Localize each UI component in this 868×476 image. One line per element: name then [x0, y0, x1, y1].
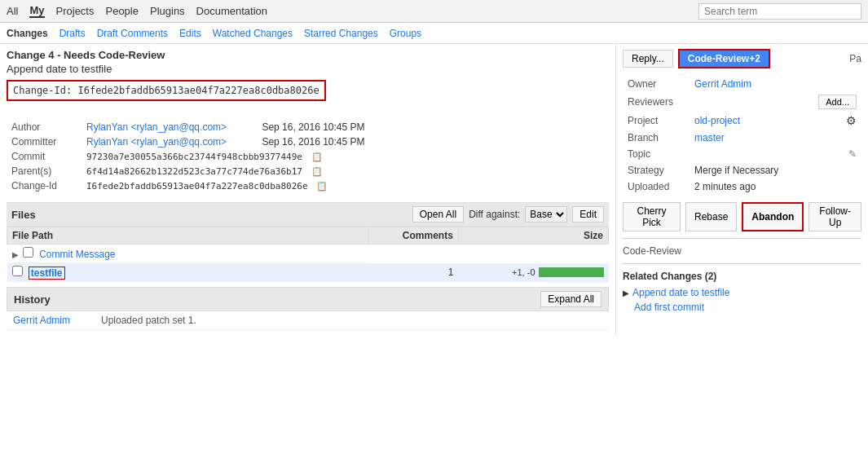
sec-nav-changes[interactable]: Changes	[7, 28, 48, 39]
history-section: History Expand All Gerrit Admim Uploaded…	[7, 287, 609, 330]
copy-changeid-icon[interactable]: 📋	[316, 181, 328, 192]
files-header-bar: Files Open All Diff against: Base Edit	[7, 203, 609, 227]
testfile-comments: 1	[368, 263, 458, 282]
commit-message-comments	[368, 245, 458, 263]
branch-link[interactable]: master	[694, 132, 725, 143]
edit-button[interactable]: Edit	[572, 206, 604, 223]
left-content: Change 4 - Needs Code-Review Append date…	[0, 44, 615, 335]
commit-message-size	[458, 245, 608, 263]
sec-nav-groups[interactable]: Groups	[390, 28, 421, 39]
separator2	[623, 263, 861, 264]
base-select[interactable]: Base	[525, 206, 567, 223]
add-reviewer-button[interactable]: Add...	[818, 95, 857, 109]
related-item-1: Add first commit	[623, 300, 861, 315]
search-box	[698, 3, 861, 20]
sec-nav-drafts[interactable]: Drafts	[59, 28, 86, 39]
committer-link[interactable]: RylanYan <rylan_yan@qq.com>	[86, 136, 227, 148]
testfile-size: +1, -0	[458, 263, 608, 282]
related-header: Related Changes (2)	[623, 271, 861, 282]
file-path-header: File Path	[7, 227, 368, 245]
reply-button[interactable]: Reply...	[623, 50, 673, 68]
copy-parents-icon[interactable]: 📋	[311, 166, 323, 177]
right-panel: Reply... Code-Review+2 Pa Owner Gerrit A…	[615, 44, 868, 335]
copy-commit-icon[interactable]: 📋	[311, 152, 323, 162]
cherry-pick-button[interactable]: Cherry Pick	[623, 202, 681, 231]
testfile-bar	[539, 267, 604, 277]
reviewers-value: Add...	[691, 93, 860, 111]
reviewers-row: Reviewers Add...	[624, 93, 860, 111]
code-review-button[interactable]: Code-Review+2	[678, 49, 770, 68]
commit-message-row: ▶ Commit Message	[7, 245, 609, 263]
nav-documentation[interactable]: Documentation	[196, 5, 267, 17]
follow-up-button[interactable]: Follow-Up	[809, 202, 861, 231]
topic-value: ✎	[691, 147, 860, 161]
author-link[interactable]: RylanYan <rylan_yan@qq.com>	[86, 121, 227, 133]
testfile-row: testfile 1 +1, -0	[7, 263, 609, 282]
size-header: Size	[458, 227, 608, 245]
committer-row: Committer RylanYan <rylan_yan@qq.com> Se…	[8, 135, 607, 148]
history-author[interactable]: Gerrit Admim	[13, 315, 95, 326]
main-wrapper: Change 4 - Needs Code-Review Append date…	[0, 44, 868, 335]
strategy-row: Strategy Merge if Necessary	[624, 163, 860, 178]
commit-hash: 97230a7e30055a366bc23744f948cbbb9377449e	[86, 152, 302, 162]
sec-nav-starred-changes[interactable]: Starred Changes	[304, 28, 378, 39]
uploaded-row: Uploaded 2 minutes ago	[624, 179, 860, 194]
owner-label: Owner	[624, 77, 690, 91]
diff-against-label: Diff against:	[469, 209, 520, 220]
owner-link[interactable]: Gerrit Admim	[694, 78, 751, 90]
search-input[interactable]	[698, 3, 861, 20]
author-value: RylanYan <rylan_yan@qq.com> Sep 16, 2016…	[83, 121, 607, 134]
topic-row: Topic ✎	[624, 147, 860, 161]
author-row: Author RylanYan <rylan_yan@qq.com> Sep 1…	[8, 121, 607, 134]
metadata-section: Author RylanYan <rylan_yan@qq.com> Sep 1…	[7, 119, 609, 194]
branch-row: Branch master	[624, 130, 860, 145]
sec-nav-watched-changes[interactable]: Watched Changes	[213, 28, 293, 39]
sec-nav-draft-comments[interactable]: Draft Comments	[97, 28, 168, 39]
commit-message-link[interactable]: Commit Message	[39, 249, 115, 260]
related-item-0: ▶ Append date to testfile	[623, 285, 861, 300]
change-dash: -	[57, 49, 64, 61]
rebase-button[interactable]: Rebase	[685, 202, 737, 231]
change-description: Append date to testfile	[7, 63, 609, 75]
sec-nav-edits[interactable]: Edits	[179, 28, 201, 39]
commit-message-cell: ▶ Commit Message	[7, 245, 368, 263]
sec-nav: Changes Drafts Draft Comments Edits Watc…	[0, 23, 868, 44]
related-link-1[interactable]: Add first commit	[634, 302, 704, 313]
related-link-0[interactable]: Append date to testfile	[632, 287, 729, 298]
separator	[623, 238, 861, 239]
action-bar: Reply... Code-Review+2 Pa	[623, 49, 861, 68]
nav-plugins[interactable]: Plugins	[150, 5, 185, 17]
nav-all[interactable]: All	[7, 5, 18, 17]
nav-people[interactable]: People	[105, 5, 138, 17]
history-label: History	[14, 293, 51, 306]
comments-header: Comments	[368, 227, 458, 245]
nav-my[interactable]: My	[29, 4, 44, 18]
project-link[interactable]: old-project	[694, 115, 740, 126]
history-header-bar: History Expand All	[7, 287, 609, 311]
triangle-icon-0: ▶	[623, 289, 629, 298]
open-all-button[interactable]: Open All	[412, 206, 464, 223]
nav-projects[interactable]: Projects	[56, 5, 95, 17]
abandon-button[interactable]: Abandon	[742, 202, 804, 231]
branch-label: Branch	[624, 130, 690, 145]
files-section: Files Open All Diff against: Base Edit F…	[7, 202, 609, 282]
expand-all-button[interactable]: Expand All	[540, 291, 601, 307]
info-table: Owner Gerrit Admim Reviewers Add... Proj…	[623, 75, 861, 196]
history-desc: Uploaded patch set 1.	[101, 315, 196, 326]
changeid-meta-row: Change-Id I6fede2bfaddb65913ae04f7a227ea…	[8, 179, 607, 192]
gear-icon[interactable]: ⚙	[846, 114, 857, 127]
commit-message-checkbox[interactable]	[23, 247, 33, 258]
testfile-link[interactable]: testfile	[29, 267, 65, 280]
action-buttons: Cherry Pick Rebase Abandon Follow-Up	[623, 202, 861, 231]
testfile-checkbox[interactable]	[12, 266, 23, 276]
strategy-value: Merge if Necessary	[691, 163, 860, 178]
parents-value: 6f4d14a82662b1322d523c3a77c774de76a36b17…	[83, 165, 607, 178]
edit-icon[interactable]: ✎	[848, 148, 857, 160]
testfile-diff-stat: +1, -0	[512, 267, 535, 277]
expand-commit-icon[interactable]: ▶	[12, 250, 19, 259]
code-review-section: Code-Review	[623, 245, 861, 257]
uploaded-value: 2 minutes ago	[691, 179, 860, 194]
committer-date: Sep 16, 2016 10:45 PM	[262, 136, 364, 148]
topic-label: Topic	[624, 147, 690, 161]
commit-value: 97230a7e30055a366bc23744f948cbbb9377449e…	[83, 150, 607, 163]
